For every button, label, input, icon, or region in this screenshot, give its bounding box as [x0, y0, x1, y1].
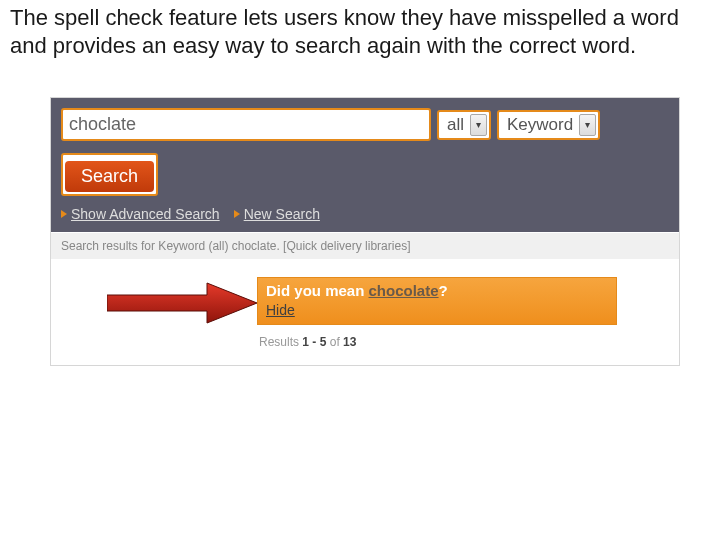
field-value: Keyword	[507, 115, 579, 135]
dym-prefix: Did you mean	[266, 282, 369, 299]
arrow-right-icon	[234, 210, 240, 218]
advanced-search-link[interactable]: Show Advanced Search	[61, 206, 220, 222]
count-of: of	[326, 335, 343, 349]
scope-value: all	[447, 115, 470, 135]
dym-suffix: ?	[439, 282, 448, 299]
suggestion-area: Did you mean chocolate? Hide Results 1 -…	[51, 259, 679, 365]
did-you-mean-box: Did you mean chocolate? Hide	[257, 277, 617, 325]
search-button[interactable]: Search	[65, 161, 154, 192]
search-input[interactable]	[65, 112, 427, 137]
search-bar: all ▾ Keyword ▾ Search	[51, 98, 679, 204]
results-count: Results 1 - 5 of 13	[257, 325, 669, 359]
count-prefix: Results	[259, 335, 302, 349]
arrow-right-icon	[61, 210, 67, 218]
count-total: 13	[343, 335, 356, 349]
screenshot-panel: all ▾ Keyword ▾ Search Show Advanced Sea…	[50, 97, 680, 366]
chevron-down-icon: ▾	[470, 114, 487, 136]
search-button-frame: Search	[61, 153, 158, 196]
new-search-label: New Search	[244, 206, 320, 222]
results-for-bar: Search results for Keyword (all) choclat…	[51, 232, 679, 259]
dym-suggestion-link[interactable]: chocolate	[369, 282, 439, 299]
dym-hide-link[interactable]: Hide	[266, 302, 295, 320]
search-links-row: Show Advanced Search New Search	[51, 204, 679, 232]
intro-text: The spell check feature lets users know …	[0, 0, 690, 59]
advanced-search-label: Show Advanced Search	[71, 206, 220, 222]
svg-marker-0	[107, 283, 257, 323]
scope-dropdown[interactable]: all ▾	[437, 110, 491, 140]
chevron-down-icon: ▾	[579, 114, 596, 136]
callout-arrow-icon	[107, 281, 257, 325]
search-input-frame	[61, 108, 431, 141]
field-dropdown[interactable]: Keyword ▾	[497, 110, 600, 140]
new-search-link[interactable]: New Search	[234, 206, 320, 222]
count-range: 1 - 5	[302, 335, 326, 349]
